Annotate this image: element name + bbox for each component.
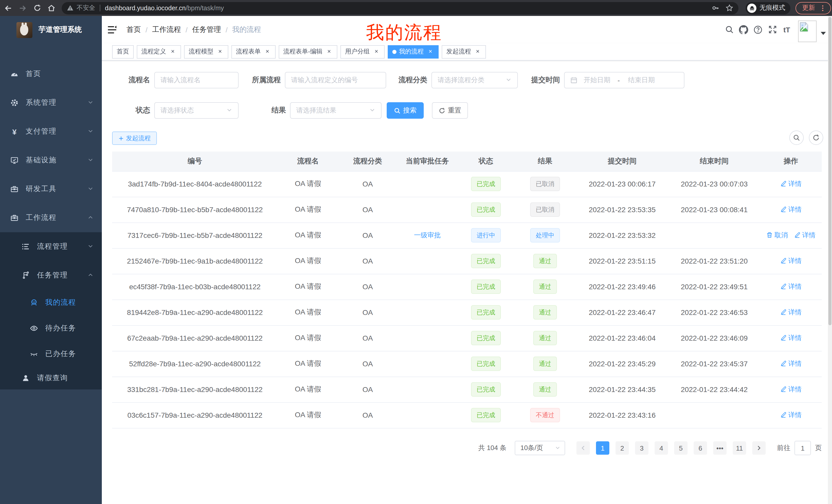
sidebar-item-label: 任务管理 [37, 271, 87, 280]
status-select[interactable]: 请选择状态 [154, 102, 239, 119]
detail-link[interactable]: 详情 [780, 411, 802, 420]
create-process-button[interactable]: 发起流程 [112, 132, 157, 145]
scrollbar-thumb[interactable] [828, 17, 831, 325]
close-icon[interactable]: × [474, 48, 481, 55]
reset-button[interactable]: 重置 [432, 102, 468, 119]
sidebar-item-任务管理[interactable]: 任务管理 [0, 261, 102, 290]
cell-category: OA [338, 222, 397, 248]
prev-page-button[interactable] [576, 441, 590, 455]
page-button-1[interactable]: 1 [596, 441, 609, 455]
browser-forward-button[interactable] [17, 2, 29, 14]
page-button-11[interactable]: 11 [733, 441, 746, 455]
detail-link[interactable]: 详情 [780, 333, 802, 343]
detail-link[interactable]: 详情 [780, 359, 802, 368]
close-icon[interactable]: × [326, 48, 333, 55]
edit-icon [780, 283, 788, 290]
sidebar-item-我的流程[interactable]: 我的流程 [0, 290, 102, 315]
close-icon[interactable]: × [264, 48, 271, 55]
page-button-2[interactable]: 2 [616, 441, 629, 455]
app-logo[interactable]: 芋道管理系统 [0, 16, 102, 44]
fullscreen-icon[interactable] [765, 16, 780, 43]
tab-流程模型[interactable]: 流程模型× [184, 45, 228, 58]
face-icon [30, 299, 38, 307]
close-icon[interactable]: × [169, 48, 176, 55]
cell-id: ec45f38f-7b9a-11ec-b03b-acde48001122 [112, 274, 278, 300]
detail-link[interactable]: 详情 [794, 231, 815, 240]
help-icon[interactable] [751, 16, 765, 43]
cell-submit-time: 2022-01-22 23:43:16 [576, 402, 669, 428]
search-button[interactable]: 搜索 [387, 102, 424, 119]
sidebar-item-系统管理[interactable]: 系统管理 [0, 88, 102, 117]
tab-我的流程[interactable]: 我的流程× [388, 45, 439, 58]
detail-link[interactable]: 详情 [780, 205, 802, 214]
address-bar[interactable]: 不安全 dashboard.yudao.iocoder.cn/bpm/task/… [62, 2, 738, 14]
cell-result: 通过 [514, 300, 576, 325]
tabs-bar: 首页流程定义×流程模型×流程表单×流程表单-编辑×用户分组×我的流程×发起流程× [102, 43, 832, 61]
search-icon[interactable] [722, 16, 736, 43]
page-button-4[interactable]: 4 [655, 441, 668, 455]
sidebar-item-待办任务[interactable]: 待办任务 [0, 315, 102, 341]
sidebar-item-已办任务[interactable]: 已办任务 [0, 341, 102, 367]
sidebar-item-首页[interactable]: 首页 [0, 60, 102, 88]
task-link[interactable]: 一级审批 [414, 231, 441, 240]
page-scrollbar[interactable] [828, 16, 832, 504]
page-size-select[interactable]: 10条/页 [515, 441, 565, 455]
definition-input[interactable]: 请输入流程定义的编号 [285, 72, 386, 88]
close-icon[interactable]: × [373, 48, 380, 55]
github-icon[interactable] [736, 16, 751, 43]
cell-current-task[interactable]: 一级审批 [397, 222, 458, 248]
tab-发起流程[interactable]: 发起流程× [442, 45, 486, 58]
sidebar-item-研发工具[interactable]: 研发工具 [0, 175, 102, 203]
column-header: 当前审批任务 [397, 151, 458, 171]
more-pages-button[interactable]: ••• [713, 441, 727, 455]
next-page-button[interactable] [752, 441, 766, 455]
sidebar-collapse-icon[interactable] [107, 24, 117, 35]
sidebar-item-基础设施[interactable]: 基础设施 [0, 146, 102, 175]
bookmark-star-icon[interactable] [726, 4, 733, 12]
detail-link[interactable]: 详情 [780, 256, 802, 265]
category-select[interactable]: 请选择流程分类 [432, 72, 518, 88]
end-date-placeholder: 结束日期 [628, 76, 655, 85]
breadcrumb-separator: / [186, 25, 188, 34]
tab-流程表单-编辑[interactable]: 流程表单-编辑× [279, 45, 337, 58]
browser-back-button[interactable] [2, 2, 15, 14]
goto-page-input[interactable] [795, 441, 811, 455]
browser-menu-icon[interactable] [819, 4, 826, 11]
cell-end-time [669, 402, 760, 428]
result-select[interactable]: 请选择流结果 [290, 102, 382, 119]
detail-link[interactable]: 详情 [780, 385, 802, 394]
avatar[interactable] [798, 20, 816, 42]
close-icon[interactable]: × [427, 48, 434, 55]
page-button-5[interactable]: 5 [674, 441, 687, 455]
breadcrumb-item[interactable]: 任务管理 [192, 25, 221, 34]
sidebar-item-支付管理[interactable]: ¥ 支付管理 [0, 117, 102, 146]
result-badge: 已取消 [530, 202, 560, 217]
page-button-3[interactable]: 3 [635, 441, 648, 455]
sidebar-item-请假查询[interactable]: 请假查询 [0, 367, 102, 389]
tab-流程表单[interactable]: 流程表单× [231, 45, 276, 58]
key-icon[interactable] [712, 4, 719, 12]
detail-link[interactable]: 详情 [780, 308, 802, 317]
detail-link[interactable]: 详情 [780, 282, 802, 291]
avatar-caret-icon[interactable] [821, 32, 826, 35]
tab-用户分组[interactable]: 用户分组× [340, 45, 385, 58]
detail-link[interactable]: 详情 [780, 179, 802, 189]
sidebar-item-工作流程[interactable]: 工作流程 [0, 203, 102, 232]
tab-流程定义[interactable]: 流程定义× [137, 45, 181, 58]
close-icon[interactable]: × [216, 48, 224, 55]
page-button-6[interactable]: 6 [694, 441, 707, 455]
table-search-toggle-button[interactable] [789, 131, 804, 145]
table-refresh-button[interactable] [809, 131, 823, 145]
sidebar-item-流程管理[interactable]: 流程管理 [0, 232, 102, 261]
browser-update-button[interactable]: 更新 [796, 2, 831, 14]
tab-label: 流程表单-编辑 [283, 47, 322, 56]
breadcrumb-item[interactable]: 首页 [127, 25, 141, 34]
browser-reload-button[interactable] [31, 2, 43, 14]
browser-home-button[interactable] [45, 2, 58, 14]
tab-首页[interactable]: 首页 [112, 45, 134, 58]
breadcrumb-item[interactable]: 工作流程 [152, 25, 181, 34]
cancel-link[interactable]: 取消 [766, 231, 788, 240]
process-name-input[interactable]: 请输入流程名 [154, 72, 239, 88]
submit-time-range[interactable]: 开始日期 - 结束日期 [564, 72, 684, 88]
fontsize-icon[interactable]: tT [780, 16, 794, 43]
